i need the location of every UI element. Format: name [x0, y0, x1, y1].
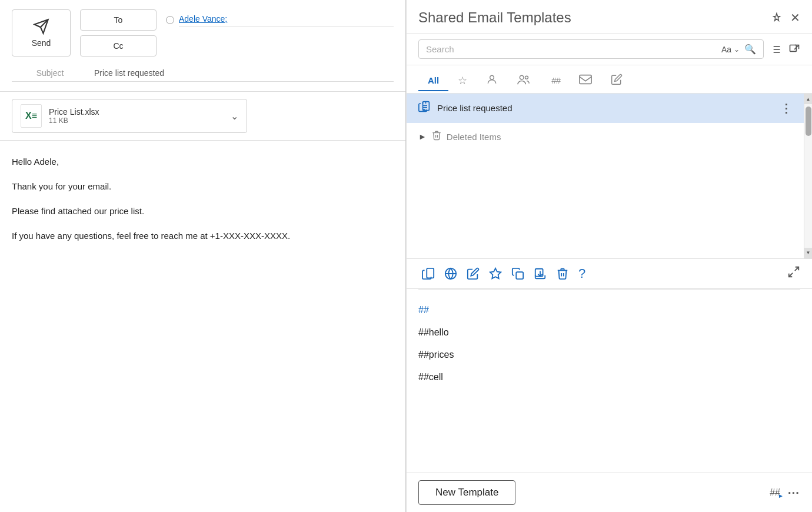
- send-label: Send: [32, 38, 51, 48]
- tab-team-icon: [517, 74, 531, 87]
- svg-point-10: [520, 75, 524, 79]
- attachment-chevron-icon[interactable]: ⌄: [231, 111, 238, 122]
- tab-all[interactable]: All: [418, 71, 448, 91]
- tab-favorites[interactable]: ☆: [448, 69, 477, 93]
- svg-point-11: [525, 76, 528, 79]
- attachment-area: X≡ Price List.xlsx 11 KB ⌄: [0, 92, 405, 141]
- scrollbar-track[interactable]: ▲ ▼: [804, 94, 812, 258]
- pin-icon[interactable]: [771, 12, 782, 23]
- var-item-hash[interactable]: ##: [418, 299, 800, 321]
- tabs-row: All ☆ ##: [407, 65, 812, 94]
- tab-variables[interactable]: ##: [540, 71, 570, 91]
- cc-row: Cc: [80, 35, 394, 56]
- bottom-more-icon[interactable]: ⋯: [787, 486, 800, 500]
- scrollbar-thumb[interactable]: [806, 107, 811, 136]
- tab-email-icon: [579, 74, 592, 87]
- toolbar-help-icon[interactable]: ?: [575, 264, 589, 284]
- panel-header: Shared Email Templates ✕: [407, 0, 812, 34]
- var-item-cell[interactable]: ##cell: [418, 366, 800, 388]
- template-list: Price list requested ⋮ ► Deleted Items: [407, 94, 804, 258]
- new-template-button[interactable]: New Template: [418, 480, 515, 505]
- body-line-3: Please find attached our price list.: [12, 204, 394, 218]
- toolbar-delete-icon[interactable]: [553, 265, 573, 282]
- email-compose-panel: Send To Adele Vance; Cc: [0, 0, 406, 512]
- attachment-item[interactable]: X≡ Price List.xlsx 11 KB ⌄: [12, 99, 247, 133]
- excel-icon: X≡: [21, 104, 42, 128]
- tab-all-label: All: [428, 75, 439, 85]
- new-template-label: New Template: [435, 487, 498, 498]
- toolbar-star-icon[interactable]: [485, 265, 505, 282]
- recipient-dot-icon: [166, 16, 174, 24]
- svg-rect-20: [516, 272, 523, 279]
- toolbar-expand-icon[interactable]: [787, 265, 800, 281]
- search-row: Aa ⌄ 🔍: [407, 34, 812, 65]
- body-line-2: Thank you for your email.: [12, 179, 394, 194]
- svg-rect-17: [427, 268, 434, 278]
- send-button[interactable]: Send: [12, 9, 71, 56]
- to-button[interactable]: To: [80, 9, 157, 31]
- toolbar-paste-icon[interactable]: [418, 265, 438, 282]
- svg-point-9: [490, 75, 494, 79]
- tab-edit[interactable]: [601, 69, 632, 93]
- search-extra-icons: [770, 44, 800, 55]
- email-header: Send To Adele Vance; Cc: [0, 0, 405, 92]
- svg-line-23: [795, 267, 798, 271]
- svg-marker-19: [490, 268, 501, 278]
- bottom-icons-area: ##► ⋯: [770, 486, 800, 500]
- bottom-hash-icon[interactable]: ##►: [770, 487, 780, 498]
- tab-variables-icon: ##: [550, 75, 560, 85]
- var-item-prices[interactable]: ##prices: [418, 344, 800, 366]
- external-link-icon[interactable]: [788, 44, 800, 55]
- deleted-items-label: Deleted Items: [447, 132, 501, 142]
- svg-rect-12: [580, 75, 591, 84]
- scroll-down-icon[interactable]: ▼: [804, 248, 813, 258]
- filter-list-icon[interactable]: [770, 44, 781, 55]
- template-item-menu-icon[interactable]: ⋮: [780, 102, 792, 114]
- recipient-name[interactable]: Adele Vance;: [179, 14, 394, 26]
- trash-icon: [431, 130, 442, 143]
- subject-area: Subject Price list requested: [12, 62, 394, 82]
- subject-value: Price list requested: [94, 68, 394, 78]
- var-item-hello[interactable]: ##hello: [418, 321, 800, 344]
- close-icon[interactable]: ✕: [790, 11, 800, 25]
- body-line-1: Hello Adele,: [12, 155, 394, 169]
- search-icon[interactable]: 🔍: [744, 44, 756, 55]
- cc-button[interactable]: Cc: [80, 35, 157, 56]
- template-paste-icon: [418, 101, 430, 115]
- send-icon: [33, 18, 49, 35]
- to-cc-area: To Adele Vance; Cc: [80, 9, 394, 56]
- toolbar-copy-icon[interactable]: [508, 265, 528, 282]
- template-list-wrapper: Price list requested ⋮ ► Deleted Items: [407, 94, 812, 258]
- deleted-chevron-icon: ►: [418, 132, 427, 141]
- to-row: To Adele Vance;: [80, 9, 394, 31]
- email-body: Hello Adele, Thank you for your email. P…: [0, 141, 405, 512]
- template-item-price-list[interactable]: Price list requested ⋮: [407, 94, 804, 123]
- search-box[interactable]: Aa ⌄ 🔍: [418, 39, 764, 59]
- scroll-up-icon[interactable]: ▲: [804, 94, 813, 104]
- toolbar-globe-icon[interactable]: [441, 265, 461, 282]
- tab-team[interactable]: [507, 69, 540, 93]
- panel-header-icons: ✕: [771, 11, 800, 25]
- attachment-name: Price List.xlsx: [49, 107, 224, 117]
- template-item-name: Price list requested: [437, 103, 780, 113]
- svg-line-24: [789, 273, 793, 277]
- panel-title: Shared Email Templates: [418, 9, 571, 26]
- recipient-field: Adele Vance;: [166, 14, 394, 26]
- deleted-items-row[interactable]: ► Deleted Items: [407, 123, 804, 150]
- toolbar-edit-icon[interactable]: [463, 265, 483, 282]
- attachment-size: 11 KB: [49, 117, 224, 125]
- bottom-bar: New Template ##► ⋯: [407, 473, 812, 512]
- search-aa-chevron-icon[interactable]: ⌄: [734, 45, 740, 54]
- tab-personal-icon: [486, 74, 498, 87]
- toolbar-row: ?: [407, 258, 812, 289]
- variables-section: ## ##hello ##prices ##cell: [407, 290, 812, 473]
- body-line-4: If you have any questions, feel free to …: [12, 229, 394, 243]
- tab-personal[interactable]: [477, 69, 507, 93]
- toolbar-download-icon[interactable]: [530, 265, 550, 282]
- send-to-row: Send To Adele Vance; Cc: [12, 9, 394, 56]
- tab-favorites-icon: ☆: [458, 74, 467, 87]
- search-input[interactable]: [426, 44, 721, 54]
- tab-email[interactable]: [570, 69, 601, 92]
- tab-edit-icon: [611, 74, 623, 87]
- subject-label: Subject: [12, 68, 88, 78]
